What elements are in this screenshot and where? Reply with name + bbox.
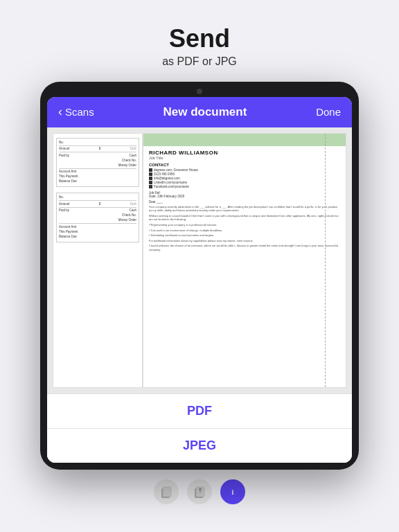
resume-body-3: For additional information about my capa… xyxy=(149,239,340,243)
resume-contact-row-2: 0123 456 0456 xyxy=(149,172,340,176)
action-buttons: PDF JPEG xyxy=(47,393,352,463)
globe-icon xyxy=(149,168,152,172)
bottom-icon-item-2 xyxy=(187,479,212,504)
receipt-divider-3 xyxy=(59,168,136,169)
resume-contact-phone: 0123 456 0456 xyxy=(154,172,175,176)
nav-bar: ‹ Scans New document Done xyxy=(47,97,352,127)
sub-title: as PDF or JPG xyxy=(0,55,399,68)
resume-bullet-2: • Can work in an environment of change, … xyxy=(149,229,340,233)
receipt-row-amount: Amount$ Dollr xyxy=(59,147,136,150)
receipt-row-money: Money Order xyxy=(59,163,136,167)
bottom-icons: i xyxy=(0,470,399,511)
resume-contact-facebook: Facebook.com/yourname xyxy=(154,185,189,188)
resume-contact-heading: CONTACT xyxy=(149,163,340,167)
phone-icon xyxy=(149,172,152,176)
resume-header-bar xyxy=(143,134,346,146)
receipt-divider-5 xyxy=(59,207,136,208)
receipt-row-this2: This Payment xyxy=(59,230,136,233)
receipt-row-balance2: Balance Due xyxy=(59,235,136,238)
resume-bullet-3: • Scheduling workloads to meet prioritie… xyxy=(149,233,340,238)
nav-title: New document xyxy=(163,105,247,119)
nav-done-button[interactable]: Done xyxy=(316,106,341,118)
receipt-divider-2 xyxy=(59,152,136,152)
receipt-divider-4 xyxy=(59,200,136,201)
receipt-block-2: No. Amount$ Dollr Paid byCash Check No. … xyxy=(56,193,139,242)
resume-contact-row-3: info@degrees.com xyxy=(149,177,340,180)
top-section: Send as PDF or JPG xyxy=(0,0,399,82)
document-stack-icon xyxy=(154,479,179,504)
svg-rect-1 xyxy=(163,487,171,497)
nav-back-button[interactable]: ‹ Scans xyxy=(58,105,94,119)
resume-dear: Dear ___, xyxy=(149,200,340,204)
resume-contact-row-5: Facebook.com/yourname xyxy=(149,185,340,188)
bottom-icon-item-3[interactable]: i xyxy=(220,479,245,504)
facebook-icon xyxy=(149,185,152,188)
receipt-row-amount2: Amount$ Dollr xyxy=(59,202,136,206)
email-icon xyxy=(149,177,152,180)
linkedin-icon xyxy=(149,181,152,184)
receipt-row-paid2: Paid byCash xyxy=(59,209,136,212)
resume-contact-row-4: LinkedIn.com/yourname xyxy=(149,181,340,184)
receipt-document: No. Amount$ Dollr Paid byCash Check No. … xyxy=(53,133,143,388)
resume-contact-website: degrees.com, Grosvenor House xyxy=(154,168,198,172)
document-area: No. Amount$ Dollr Paid byCash Check No. … xyxy=(47,127,352,393)
receipt-divider xyxy=(59,145,136,146)
nav-back-label: Scans xyxy=(65,106,94,118)
receipt-row-no2: No. xyxy=(59,195,136,199)
receipt-row-check2: Check No. xyxy=(59,213,136,217)
share-icon xyxy=(187,479,212,504)
receipt-row-balance: Balance Due xyxy=(59,179,136,183)
main-title: Send xyxy=(0,25,399,53)
receipt-row-acct2: Account Amt xyxy=(59,225,136,229)
bottom-icon-item-1 xyxy=(154,479,179,504)
resume-name: RICHARD WILLIAMSON xyxy=(149,150,340,156)
receipt-row-acct: Account Amt xyxy=(59,170,136,173)
receipt-row-money2: Money Order xyxy=(59,218,136,222)
resume-contact-email: info@degrees.com xyxy=(154,177,180,180)
resume-document: RICHARD WILLIAMSON Job Title CONTACT deg… xyxy=(143,133,346,388)
receipt-row-no: No. xyxy=(59,141,136,144)
svg-text:i: i xyxy=(232,488,234,496)
resume-contact-linkedin: LinkedIn.com/yourname xyxy=(154,181,187,184)
resume-bullet-1: • Representing your company in a profess… xyxy=(149,223,340,227)
resume-job-title: Job Title xyxy=(149,156,340,160)
tablet-frame: ‹ Scans New document Done No. Amount$ Do… xyxy=(40,82,359,470)
chevron-left-icon: ‹ xyxy=(58,105,62,119)
resume-body-4: I would welcome the chance of an intervi… xyxy=(149,244,340,251)
resume-content: RICHARD WILLIAMSON Job Title CONTACT deg… xyxy=(143,146,346,387)
resume-body-1: Your company recently advertised on the … xyxy=(149,205,340,213)
info-icon: i xyxy=(220,479,245,504)
resume-contact-row-1: degrees.com, Grosvenor House xyxy=(149,168,340,172)
resume-body-2: Without wishing to sound boastful I feel… xyxy=(149,214,340,222)
receipt-row-check: Check No. xyxy=(59,159,136,162)
receipt-row-paid: Paid byCash xyxy=(59,154,136,157)
receipt-block-1: No. Amount$ Dollr Paid byCash Check No. … xyxy=(56,138,139,188)
jpeg-button[interactable]: JPEG xyxy=(47,428,352,463)
tablet-screen: ‹ Scans New document Done No. Amount$ Do… xyxy=(47,97,352,463)
pdf-button[interactable]: PDF xyxy=(47,393,352,428)
receipt-divider-6 xyxy=(59,223,136,224)
resume-date: Date: 13th February 2020 xyxy=(149,195,340,198)
receipt-row-this: This Payment xyxy=(59,175,136,178)
